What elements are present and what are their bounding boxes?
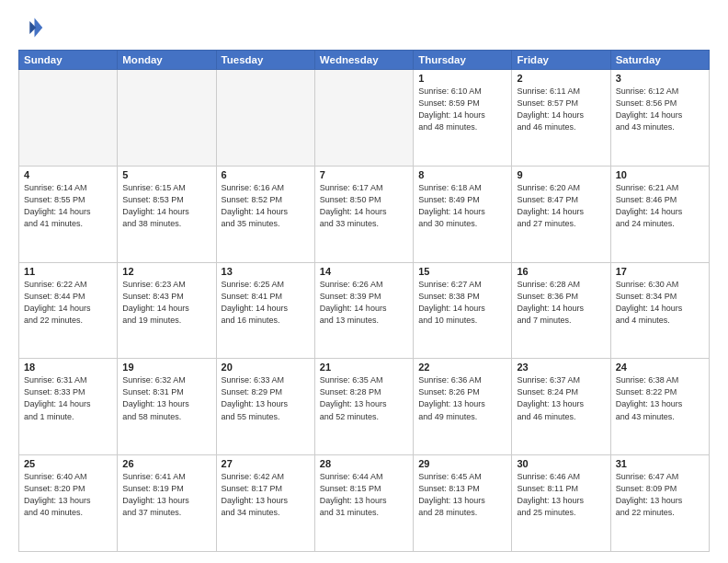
page: SundayMondayTuesdayWednesdayThursdayFrid…: [0, 0, 728, 563]
day-number: 9: [517, 169, 605, 180]
logo: [18, 15, 48, 40]
day-info: Sunrise: 6:42 AM Sunset: 8:17 PM Dayligh…: [222, 471, 310, 519]
day-number: 24: [616, 362, 704, 373]
weekday-header: Wednesday: [314, 51, 413, 70]
day-number: 1: [418, 73, 506, 84]
day-number: 2: [517, 73, 605, 84]
calendar-day-cell: 18Sunrise: 6:31 AM Sunset: 8:33 PM Dayli…: [19, 359, 118, 455]
calendar-week-row: 4Sunrise: 6:14 AM Sunset: 8:55 PM Daylig…: [19, 166, 710, 262]
calendar-day-cell: 5Sunrise: 6:15 AM Sunset: 8:53 PM Daylig…: [118, 166, 216, 262]
day-number: 17: [616, 266, 704, 277]
day-number: 3: [616, 73, 704, 84]
day-number: 14: [320, 266, 408, 277]
logo-icon: [18, 15, 44, 40]
day-info: Sunrise: 6:11 AM Sunset: 8:57 PM Dayligh…: [517, 86, 605, 133]
day-number: 16: [517, 266, 605, 277]
calendar-day-cell: [314, 70, 413, 167]
calendar-week-row: 18Sunrise: 6:31 AM Sunset: 8:33 PM Dayli…: [19, 359, 710, 455]
weekday-header: Tuesday: [216, 51, 314, 70]
header: [18, 15, 710, 40]
day-info: Sunrise: 6:45 AM Sunset: 8:13 PM Dayligh…: [418, 471, 506, 519]
calendar-day-cell: 31Sunrise: 6:47 AM Sunset: 8:09 PM Dayli…: [610, 455, 709, 552]
day-info: Sunrise: 6:44 AM Sunset: 8:15 PM Dayligh…: [320, 471, 408, 519]
day-number: 15: [418, 266, 506, 277]
day-info: Sunrise: 6:36 AM Sunset: 8:26 PM Dayligh…: [418, 374, 506, 422]
day-number: 6: [222, 169, 310, 180]
calendar-day-cell: 6Sunrise: 6:16 AM Sunset: 8:52 PM Daylig…: [216, 166, 314, 262]
calendar-day-cell: 30Sunrise: 6:46 AM Sunset: 8:11 PM Dayli…: [512, 455, 610, 552]
calendar-day-cell: 19Sunrise: 6:32 AM Sunset: 8:31 PM Dayli…: [118, 359, 216, 455]
weekday-header: Thursday: [414, 51, 512, 70]
day-number: 29: [418, 458, 506, 469]
calendar-day-cell: 8Sunrise: 6:18 AM Sunset: 8:49 PM Daylig…: [414, 166, 512, 262]
day-number: 7: [320, 169, 408, 180]
calendar-day-cell: 1Sunrise: 6:10 AM Sunset: 8:59 PM Daylig…: [414, 70, 512, 167]
calendar-week-row: 25Sunrise: 6:40 AM Sunset: 8:20 PM Dayli…: [19, 455, 710, 552]
day-number: 19: [122, 362, 210, 373]
day-number: 18: [24, 362, 112, 373]
day-info: Sunrise: 6:26 AM Sunset: 8:39 PM Dayligh…: [320, 279, 408, 327]
day-info: Sunrise: 6:47 AM Sunset: 8:09 PM Dayligh…: [616, 471, 704, 519]
day-info: Sunrise: 6:16 AM Sunset: 8:52 PM Dayligh…: [222, 182, 310, 230]
day-info: Sunrise: 6:22 AM Sunset: 8:44 PM Dayligh…: [24, 279, 112, 327]
day-number: 20: [222, 362, 310, 373]
calendar-week-row: 11Sunrise: 6:22 AM Sunset: 8:44 PM Dayli…: [19, 262, 710, 359]
weekday-header: Friday: [512, 51, 610, 70]
day-info: Sunrise: 6:15 AM Sunset: 8:53 PM Dayligh…: [122, 182, 210, 230]
day-info: Sunrise: 6:14 AM Sunset: 8:55 PM Dayligh…: [24, 182, 112, 230]
day-info: Sunrise: 6:37 AM Sunset: 8:24 PM Dayligh…: [517, 374, 605, 422]
calendar-day-cell: 2Sunrise: 6:11 AM Sunset: 8:57 PM Daylig…: [512, 70, 610, 167]
day-info: Sunrise: 6:33 AM Sunset: 8:29 PM Dayligh…: [222, 374, 310, 422]
day-info: Sunrise: 6:30 AM Sunset: 8:34 PM Dayligh…: [616, 279, 704, 327]
calendar-day-cell: 28Sunrise: 6:44 AM Sunset: 8:15 PM Dayli…: [314, 455, 413, 552]
day-info: Sunrise: 6:21 AM Sunset: 8:46 PM Dayligh…: [616, 182, 704, 230]
day-number: 22: [418, 362, 506, 373]
calendar-table: SundayMondayTuesdayWednesdayThursdayFrid…: [18, 50, 710, 552]
calendar-day-cell: [216, 70, 314, 167]
calendar-day-cell: 13Sunrise: 6:25 AM Sunset: 8:41 PM Dayli…: [216, 262, 314, 359]
calendar-day-cell: 21Sunrise: 6:35 AM Sunset: 8:28 PM Dayli…: [314, 359, 413, 455]
calendar-day-cell: 23Sunrise: 6:37 AM Sunset: 8:24 PM Dayli…: [512, 359, 610, 455]
day-number: 4: [24, 169, 112, 180]
day-info: Sunrise: 6:35 AM Sunset: 8:28 PM Dayligh…: [320, 374, 408, 422]
calendar-day-cell: 24Sunrise: 6:38 AM Sunset: 8:22 PM Dayli…: [610, 359, 709, 455]
weekday-header: Monday: [118, 51, 216, 70]
day-info: Sunrise: 6:18 AM Sunset: 8:49 PM Dayligh…: [418, 182, 506, 230]
calendar-day-cell: [19, 70, 118, 167]
day-number: 23: [517, 362, 605, 373]
day-info: Sunrise: 6:38 AM Sunset: 8:22 PM Dayligh…: [616, 374, 704, 422]
day-number: 5: [122, 169, 210, 180]
calendar-day-cell: 26Sunrise: 6:41 AM Sunset: 8:19 PM Dayli…: [118, 455, 216, 552]
day-info: Sunrise: 6:23 AM Sunset: 8:43 PM Dayligh…: [122, 279, 210, 327]
day-number: 11: [24, 266, 112, 277]
calendar-day-cell: 22Sunrise: 6:36 AM Sunset: 8:26 PM Dayli…: [414, 359, 512, 455]
calendar-day-cell: 9Sunrise: 6:20 AM Sunset: 8:47 PM Daylig…: [512, 166, 610, 262]
day-info: Sunrise: 6:41 AM Sunset: 8:19 PM Dayligh…: [122, 471, 210, 519]
weekday-header: Sunday: [19, 51, 118, 70]
day-info: Sunrise: 6:27 AM Sunset: 8:38 PM Dayligh…: [418, 279, 506, 327]
calendar-day-cell: 27Sunrise: 6:42 AM Sunset: 8:17 PM Dayli…: [216, 455, 314, 552]
day-number: 13: [222, 266, 310, 277]
day-info: Sunrise: 6:40 AM Sunset: 8:20 PM Dayligh…: [24, 471, 112, 519]
calendar-day-cell: 29Sunrise: 6:45 AM Sunset: 8:13 PM Dayli…: [414, 455, 512, 552]
day-number: 31: [616, 458, 704, 469]
day-info: Sunrise: 6:25 AM Sunset: 8:41 PM Dayligh…: [222, 279, 310, 327]
calendar-day-cell: [118, 70, 216, 167]
day-number: 30: [517, 458, 605, 469]
calendar-day-cell: 15Sunrise: 6:27 AM Sunset: 8:38 PM Dayli…: [414, 262, 512, 359]
calendar-header-row: SundayMondayTuesdayWednesdayThursdayFrid…: [19, 51, 710, 70]
day-info: Sunrise: 6:31 AM Sunset: 8:33 PM Dayligh…: [24, 374, 112, 422]
day-info: Sunrise: 6:28 AM Sunset: 8:36 PM Dayligh…: [517, 279, 605, 327]
day-number: 12: [122, 266, 210, 277]
calendar-day-cell: 14Sunrise: 6:26 AM Sunset: 8:39 PM Dayli…: [314, 262, 413, 359]
day-number: 25: [24, 458, 112, 469]
calendar-day-cell: 4Sunrise: 6:14 AM Sunset: 8:55 PM Daylig…: [19, 166, 118, 262]
day-info: Sunrise: 6:32 AM Sunset: 8:31 PM Dayligh…: [122, 374, 210, 422]
day-info: Sunrise: 6:20 AM Sunset: 8:47 PM Dayligh…: [517, 182, 605, 230]
weekday-header: Saturday: [610, 51, 709, 70]
calendar-day-cell: 7Sunrise: 6:17 AM Sunset: 8:50 PM Daylig…: [314, 166, 413, 262]
day-number: 27: [222, 458, 310, 469]
day-number: 21: [320, 362, 408, 373]
calendar-day-cell: 11Sunrise: 6:22 AM Sunset: 8:44 PM Dayli…: [19, 262, 118, 359]
day-info: Sunrise: 6:12 AM Sunset: 8:56 PM Dayligh…: [616, 86, 704, 133]
